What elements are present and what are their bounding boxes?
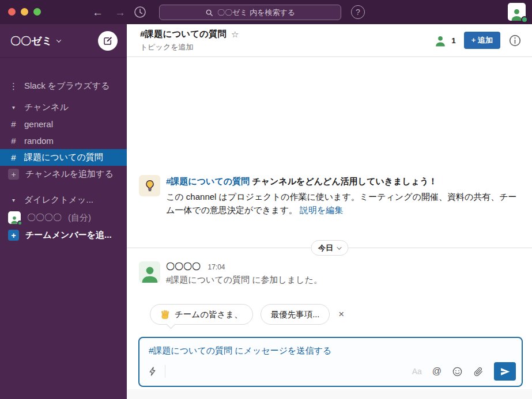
edit-description-link[interactable]: 説明を編集 bbox=[300, 205, 343, 215]
search-placeholder: 〇〇ゼミ 内を検索する bbox=[217, 7, 295, 18]
chevron-down-icon bbox=[56, 37, 61, 42]
message-composer[interactable]: #課題についての質問 にメッセージを送信する Aa @ bbox=[138, 337, 523, 387]
sidebar-item-channel-random[interactable]: # random bbox=[0, 132, 127, 149]
workspace-header: 〇〇ゼミ bbox=[0, 24, 127, 58]
channel-intro-block: #課題についての質問 チャンネルをどんどん活用していきましょう！ この chan… bbox=[139, 175, 519, 216]
send-button[interactable] bbox=[494, 362, 516, 381]
hash-icon: # bbox=[9, 119, 18, 129]
intro-body: この channel はプロジェクトの作業に使います。ミーティングの開催、資料の… bbox=[166, 190, 519, 216]
compose-button[interactable] bbox=[98, 31, 118, 51]
suggestion-chip-greeting[interactable]: チームの皆さま、 bbox=[150, 304, 253, 325]
suggestion-chips: チームの皆さま、 最優先事項... × bbox=[150, 304, 344, 325]
date-divider: 今日 bbox=[127, 248, 532, 248]
member-count: 1 bbox=[451, 36, 456, 45]
add-member-button[interactable]: + 追加 bbox=[464, 32, 500, 49]
dots-vertical-icon: ⋮ bbox=[9, 81, 18, 92]
sidebar-item-browse-slack[interactable]: ⋮ Slack をブラウズする bbox=[0, 78, 127, 94]
history-clock-icon[interactable] bbox=[133, 5, 147, 19]
person-icon bbox=[140, 265, 160, 283]
sidebar-item-channel-general[interactable]: # general bbox=[0, 116, 127, 132]
hash-icon: # bbox=[9, 153, 18, 162]
workspace-menu[interactable]: 〇〇ゼミ bbox=[10, 34, 61, 48]
composer-toolbar: Aa @ bbox=[148, 362, 516, 381]
wave-emoji-icon bbox=[160, 310, 170, 320]
dm-avatar bbox=[8, 211, 21, 224]
attachment-paperclip-icon[interactable] bbox=[473, 366, 484, 377]
window-controls bbox=[8, 8, 41, 16]
toolbar-divider bbox=[165, 365, 165, 378]
members-icon bbox=[434, 35, 447, 47]
date-pill-button[interactable]: 今日 bbox=[311, 240, 348, 256]
presence-indicator bbox=[17, 221, 22, 226]
add-topic-link[interactable]: トピックを追加 bbox=[140, 42, 239, 52]
sidebar-item-channel-questions[interactable]: # 課題についての質問 bbox=[0, 149, 127, 166]
hash-icon: # bbox=[9, 136, 18, 146]
pencil-icon bbox=[103, 36, 113, 46]
sidebar: 〇〇ゼミ ⋮ Slack をブラウズする ▾ チャンネル # general #… bbox=[0, 24, 127, 399]
main-area: #課題についての質問 ☆ トピックを追加 1 + 追加 bbox=[127, 24, 532, 399]
sidebar-item-dm-self[interactable]: 〇〇〇〇 (自分) bbox=[0, 208, 127, 227]
star-icon[interactable]: ☆ bbox=[231, 29, 239, 40]
formatting-button[interactable]: Aa bbox=[412, 367, 422, 376]
help-icon[interactable]: ? bbox=[351, 5, 365, 19]
mention-button[interactable]: @ bbox=[432, 366, 442, 377]
send-plane-icon bbox=[500, 367, 510, 376]
shortcuts-lightning-icon[interactable] bbox=[148, 366, 158, 377]
plus-icon: + bbox=[8, 230, 19, 241]
section-chevron-icon: ▾ bbox=[9, 197, 18, 203]
chevron-down-icon bbox=[337, 245, 341, 249]
plus-icon: + bbox=[8, 169, 19, 180]
suggestion-chip-priority[interactable]: 最優先事項... bbox=[261, 304, 330, 325]
channel-title: #課題についての質問 bbox=[140, 28, 227, 40]
search-input[interactable]: 〇〇ゼミ 内を検索する bbox=[159, 5, 341, 20]
dm-section-header[interactable]: ▾ ダイレクトメッ... bbox=[0, 192, 127, 208]
message-row: 〇〇〇〇 17:04 #課題についての質問 に参加しました。 bbox=[139, 261, 322, 286]
dismiss-suggestions-button[interactable]: × bbox=[338, 309, 344, 320]
user-avatar[interactable] bbox=[508, 3, 526, 21]
member-list-button[interactable]: 1 bbox=[434, 35, 456, 47]
message-text: #課題についての質問 に参加しました。 bbox=[166, 275, 322, 286]
intro-headline: #課題についての質問 チャンネルをどんどん活用していきましょう！ bbox=[166, 175, 519, 187]
add-teammates-button[interactable]: + チームメンバーを追... bbox=[0, 227, 127, 244]
message-timestamp[interactable]: 17:04 bbox=[207, 263, 225, 271]
minimize-button[interactable] bbox=[21, 8, 28, 16]
channels-section-header[interactable]: ▾ チャンネル bbox=[0, 99, 127, 116]
back-icon[interactable]: ← bbox=[92, 7, 103, 18]
section-chevron-icon: ▾ bbox=[9, 104, 18, 111]
forward-icon[interactable]: → bbox=[115, 7, 126, 18]
channel-info-icon[interactable] bbox=[508, 34, 522, 47]
zoom-button[interactable] bbox=[33, 8, 41, 16]
message-author[interactable]: 〇〇〇〇 bbox=[166, 261, 201, 271]
emoji-icon[interactable] bbox=[452, 366, 463, 377]
lightbulb-icon bbox=[139, 175, 160, 196]
composer-placeholder[interactable]: #課題についての質問 にメッセージを送信する bbox=[139, 338, 522, 356]
channel-link[interactable]: #課題についての質問 bbox=[166, 176, 250, 186]
search-icon bbox=[205, 9, 213, 17]
message-avatar[interactable] bbox=[139, 261, 160, 283]
presence-indicator bbox=[521, 16, 528, 23]
add-channel-button[interactable]: + チャンネルを追加する bbox=[0, 166, 127, 183]
bottom-strip bbox=[127, 389, 532, 399]
channel-header: #課題についての質問 ☆ トピックを追加 1 + 追加 bbox=[127, 24, 532, 57]
close-button[interactable] bbox=[8, 8, 16, 16]
topbar: ← → 〇〇ゼミ 内を検索する ? bbox=[0, 0, 532, 24]
